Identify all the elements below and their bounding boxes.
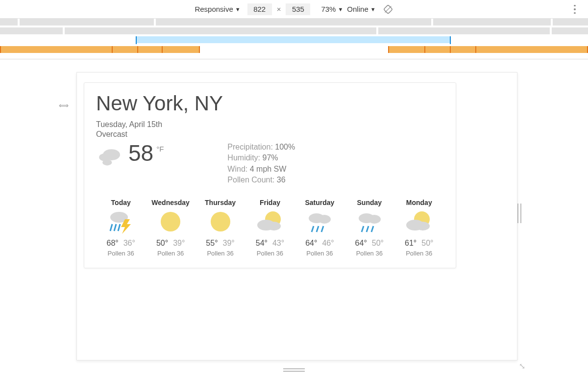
high-temp: 55° bbox=[206, 239, 218, 247]
kebab-menu-icon[interactable] bbox=[570, 4, 579, 15]
zoom-selector[interactable]: 73% ▼ bbox=[321, 5, 343, 13]
high-temp: 64° bbox=[355, 239, 367, 247]
day-temps: 68°36° bbox=[96, 239, 146, 248]
caret-down-icon: ▼ bbox=[235, 6, 241, 12]
high-temp: 54° bbox=[256, 239, 268, 247]
caret-down-icon: ▼ bbox=[338, 6, 343, 12]
forecast-day[interactable]: Saturday64°46°Pollen 36 bbox=[295, 199, 344, 257]
low-temp: 50° bbox=[421, 239, 433, 247]
device-toolbar: Responsive ▼ × 73% ▼ Online ▼ bbox=[0, 0, 588, 19]
low-temp: 39° bbox=[223, 239, 235, 247]
pollen-text: Pollen 36 bbox=[295, 250, 344, 257]
precip-label: Precipitation: bbox=[227, 143, 273, 151]
day-temps: 54°43° bbox=[245, 239, 294, 248]
device-selector[interactable]: Responsive ▼ bbox=[195, 5, 240, 13]
ruler-row-2[interactable] bbox=[0, 27, 588, 34]
device-stage: ⟺ New York, NY Tuesday, April 15th Overc… bbox=[0, 59, 588, 374]
high-temp: 68° bbox=[107, 239, 119, 247]
storm-icon bbox=[106, 209, 136, 234]
precip-value: 100% bbox=[275, 143, 295, 151]
svg-point-10 bbox=[161, 212, 180, 231]
caret-down-icon: ▼ bbox=[370, 6, 376, 12]
svg-point-14 bbox=[267, 222, 281, 230]
rain-icon bbox=[355, 209, 384, 234]
partly-sunny-icon bbox=[255, 209, 285, 234]
day-temps: 61°50° bbox=[394, 239, 444, 248]
current-weather-row: 58 °F Precipitation: 100% Humidity: 97% … bbox=[96, 142, 444, 186]
pollen-text: Pollen 36 bbox=[245, 250, 294, 257]
pollen-text: Pollen 36 bbox=[146, 250, 195, 257]
resize-handle-bottom-icon[interactable] bbox=[283, 368, 305, 372]
resize-handle-corner-icon[interactable]: ⤡ bbox=[519, 361, 525, 371]
low-temp: 50° bbox=[372, 239, 384, 247]
svg-line-19 bbox=[321, 226, 323, 232]
ruler-row-1[interactable] bbox=[0, 19, 588, 26]
forecast-day[interactable]: Wednesday50°39°Pollen 36 bbox=[146, 199, 195, 257]
resize-handle-left-icon[interactable]: ⟺ bbox=[59, 102, 69, 109]
svg-line-18 bbox=[317, 226, 318, 232]
svg-line-17 bbox=[312, 226, 314, 232]
svg-line-7 bbox=[114, 224, 116, 231]
svg-point-27 bbox=[416, 222, 430, 230]
svg-line-24 bbox=[371, 226, 373, 232]
pollen-text: Pollen 36 bbox=[344, 250, 394, 257]
svg-line-23 bbox=[367, 226, 368, 232]
forecast-day[interactable]: Sunday64°50°Pollen 36 bbox=[344, 199, 394, 257]
pollen-text: Pollen 36 bbox=[394, 250, 444, 257]
day-temps: 64°46° bbox=[295, 239, 344, 248]
svg-point-16 bbox=[318, 215, 331, 224]
rendered-viewport: New York, NY Tuesday, April 15th Overcas… bbox=[76, 72, 517, 360]
day-name: Saturday bbox=[295, 199, 344, 206]
day-name: Sunday bbox=[344, 199, 394, 206]
forecast-day[interactable]: Today68°36°Pollen 36 bbox=[96, 199, 146, 257]
pollen-label: Pollen Count: bbox=[227, 176, 274, 184]
day-temps: 50°39° bbox=[146, 239, 195, 248]
svg-line-6 bbox=[110, 224, 112, 231]
svg-point-11 bbox=[211, 212, 230, 231]
forecast-day[interactable]: Friday54°43°Pollen 36 bbox=[245, 199, 294, 257]
low-temp: 39° bbox=[173, 239, 185, 247]
resize-handle-right-icon[interactable] bbox=[517, 204, 521, 223]
sunny-icon bbox=[206, 209, 235, 234]
low-temp: 46° bbox=[322, 239, 334, 247]
rotate-device-icon[interactable] bbox=[383, 4, 393, 15]
day-name: Wednesday bbox=[146, 199, 195, 206]
network-selector[interactable]: Online ▼ bbox=[347, 5, 375, 13]
weather-card: New York, NY Tuesday, April 15th Overcas… bbox=[84, 82, 456, 268]
network-label: Online bbox=[347, 5, 368, 13]
forecast-day[interactable]: Thursday55°39°Pollen 36 bbox=[196, 199, 245, 257]
date-text: Tuesday, April 15th bbox=[96, 120, 444, 129]
condition-text: Overcast bbox=[96, 130, 444, 139]
day-temps: 55°39° bbox=[196, 239, 245, 248]
height-input[interactable] bbox=[286, 3, 310, 15]
media-query-ruler bbox=[0, 19, 588, 59]
temp-unit: °F bbox=[156, 145, 164, 153]
day-name: Monday bbox=[394, 199, 444, 206]
day-name: Thursday bbox=[196, 199, 245, 206]
day-name: Friday bbox=[245, 199, 294, 206]
pollen-text: Pollen 36 bbox=[196, 250, 245, 257]
times-separator: × bbox=[277, 5, 281, 13]
pollen-value: 36 bbox=[277, 176, 286, 184]
city-title: New York, NY bbox=[96, 92, 444, 115]
forecast-day[interactable]: Monday61°50°Pollen 36 bbox=[394, 199, 444, 257]
zoom-label: 73% bbox=[321, 5, 336, 13]
low-temp: 36° bbox=[123, 239, 135, 247]
day-name: Today bbox=[96, 199, 146, 206]
humidity-value: 97% bbox=[262, 154, 278, 162]
day-temps: 64°50° bbox=[344, 239, 394, 248]
svg-line-22 bbox=[362, 226, 364, 232]
weather-stats: Precipitation: 100% Humidity: 97% Wind: … bbox=[227, 142, 295, 186]
svg-point-21 bbox=[368, 215, 381, 224]
width-input[interactable] bbox=[247, 3, 272, 15]
low-temp: 43° bbox=[272, 239, 284, 247]
ruler-row-selection[interactable] bbox=[0, 36, 588, 44]
ruler-row-3[interactable] bbox=[0, 46, 588, 53]
current-temp: 58 bbox=[128, 142, 153, 164]
high-temp: 64° bbox=[305, 239, 317, 247]
high-temp: 50° bbox=[156, 239, 168, 247]
device-label: Responsive bbox=[195, 5, 233, 13]
forecast-row: Today68°36°Pollen 36Wednesday50°39°Polle… bbox=[96, 199, 444, 257]
sunny-icon bbox=[156, 209, 185, 234]
pollen-text: Pollen 36 bbox=[96, 250, 146, 257]
